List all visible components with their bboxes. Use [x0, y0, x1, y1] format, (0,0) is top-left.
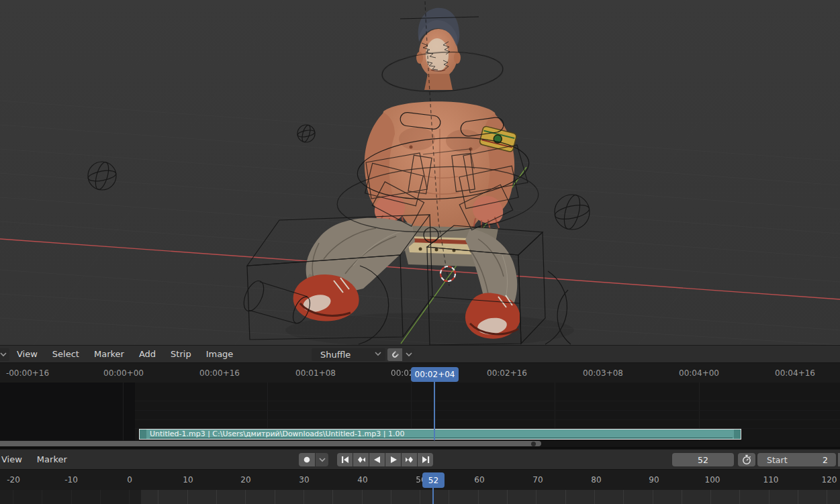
menu-select[interactable]: Select: [45, 349, 87, 359]
jump-to-next-keyframe-button[interactable]: [402, 453, 417, 466]
time-tick-label: 00:04+16: [775, 368, 815, 378]
jump-to-start-button[interactable]: [337, 453, 353, 466]
play-icon: [388, 455, 399, 464]
sequencer-header: View Select Marker Add Strip Image Shuff…: [0, 345, 840, 363]
menu-add[interactable]: Add: [132, 349, 163, 359]
frame-tick-label: 120: [822, 475, 837, 485]
jump-to-start-icon: [340, 455, 351, 464]
overlap-mode-value: Shuffle: [320, 350, 351, 360]
menu-view[interactable]: View: [0, 454, 30, 464]
frame-tick-label: 90: [649, 475, 659, 485]
magnet-icon: [389, 350, 400, 360]
current-frame-indicator[interactable]: 52: [422, 472, 445, 488]
blender-window: View Select Marker Add Strip Image Shuff…: [0, 0, 840, 504]
frame-tick-label: 20: [240, 475, 250, 485]
current-frame-field[interactable]: 52: [672, 453, 734, 466]
jump-to-next-keyframe-icon: [404, 455, 415, 464]
audio-strip[interactable]: Untitled-1.mp3 | C:\Users\дмитрий\Downlo…: [139, 429, 741, 440]
frame-tick-label: -10: [64, 475, 78, 485]
sequencer-hscrollbar[interactable]: [0, 440, 840, 447]
time-tick-label: 00:02+16: [487, 368, 527, 378]
play-reverse-icon: [372, 455, 383, 464]
chevron-down-icon: [406, 352, 412, 357]
start-frame-label: Start: [767, 455, 788, 465]
frame-tick-label: 60: [474, 475, 484, 485]
menu-marker[interactable]: Marker: [30, 454, 75, 464]
editor-type-dropdown[interactable]: [0, 348, 9, 361]
sequencer-menubar: View Select Marker Add Strip Image: [9, 346, 240, 362]
menu-strip[interactable]: Strip: [163, 349, 199, 359]
frame-tick-label: 70: [532, 475, 543, 485]
chevron-down-icon: [375, 352, 381, 356]
keying-options-dropdown[interactable]: [316, 453, 328, 466]
time-tick-label: 00:04+00: [679, 368, 719, 378]
snap-toggle-button[interactable]: [387, 348, 402, 361]
jump-to-end-button[interactable]: [418, 453, 433, 466]
time-tick-label: 00:00+16: [199, 368, 240, 378]
frame-tick-label: 100: [705, 475, 720, 485]
time-tick-label: 00:01+08: [295, 368, 336, 378]
time-tick-label: 00:03+08: [583, 368, 623, 378]
jump-to-prev-keyframe-button[interactable]: [353, 453, 369, 466]
frame-tick-label: 80: [591, 475, 601, 485]
timeline-header: View Marker: [0, 449, 840, 470]
stopwatch-icon: [741, 454, 752, 465]
timeline-menubar: View Marker: [0, 450, 75, 469]
audio-strip-label: Untitled-1.mp3 | C:\Users\дмитрий\Downlo…: [150, 430, 733, 438]
timeline-ruler[interactable]: -20 -10 0 10 20 30 40 50 60 70 80 90 100…: [0, 470, 840, 490]
start-frame-field[interactable]: Start 2: [757, 453, 836, 466]
out-of-range-shading: [0, 383, 135, 440]
frame-tick-label: 0: [127, 475, 132, 485]
menu-view[interactable]: View: [9, 349, 45, 359]
scrollbar-handle[interactable]: [0, 441, 541, 446]
menu-marker[interactable]: Marker: [87, 349, 132, 359]
strip-right-handle[interactable]: [734, 430, 741, 439]
time-tick-label: -00:00+16: [6, 368, 49, 378]
menu-image[interactable]: Image: [199, 349, 241, 359]
chevron-down-icon: [319, 458, 326, 462]
time-tick-label: 00:00+00: [103, 368, 144, 378]
chevron-down-icon: [0, 352, 7, 357]
sequencer-playhead[interactable]: [434, 381, 435, 440]
jump-to-end-icon: [420, 455, 431, 464]
frame-tick-label: -20: [7, 475, 20, 485]
play-reverse-button[interactable]: [369, 453, 385, 466]
record-dot-icon: [303, 456, 311, 464]
timeline-playhead[interactable]: [432, 488, 434, 504]
overlap-mode-dropdown[interactable]: Shuffle: [312, 348, 385, 361]
frame-tick-label: 40: [357, 475, 367, 485]
scrollbar-knob: [531, 442, 536, 446]
viewport-3d[interactable]: [0, 0, 840, 345]
frame-tick-label: 30: [299, 475, 309, 485]
out-of-range-shading: [0, 490, 141, 504]
play-button[interactable]: [385, 453, 401, 466]
strip-left-handle[interactable]: [140, 430, 146, 439]
auto-keyframe-button[interactable]: [299, 453, 315, 466]
frame-tick-label: 110: [763, 475, 779, 485]
current-time-indicator[interactable]: 00:02+04: [411, 367, 459, 382]
current-frame-value: 52: [698, 455, 708, 465]
snap-options-dropdown[interactable]: [403, 348, 414, 361]
jump-to-prev-keyframe-icon: [356, 455, 367, 464]
use-preview-range-button[interactable]: [738, 453, 755, 466]
timeline-track-area[interactable]: [0, 490, 840, 504]
sequencer-timeline-area[interactable]: Untitled-1.mp3 | C:\Users\дмитрий\Downlo…: [0, 383, 840, 440]
start-frame-value: 2: [823, 455, 828, 465]
frame-tick-label: 10: [183, 475, 193, 485]
